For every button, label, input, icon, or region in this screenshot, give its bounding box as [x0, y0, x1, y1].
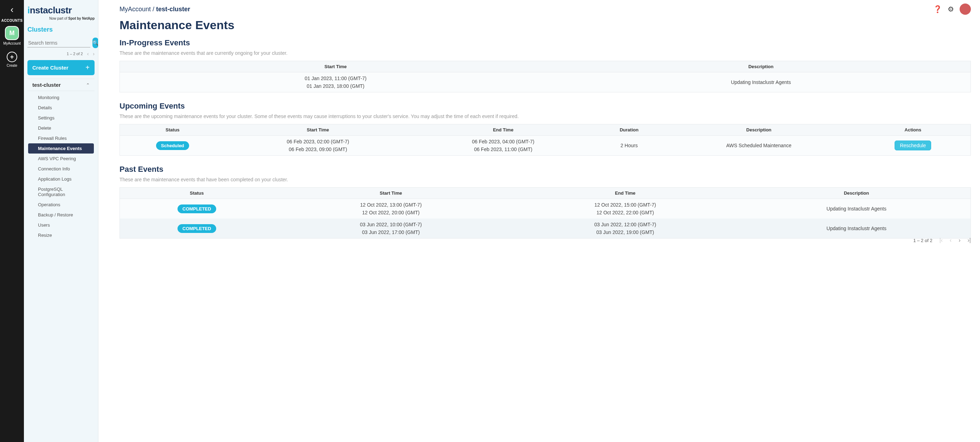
pager-next-icon[interactable]: ›: [93, 51, 95, 57]
cluster-toggle[interactable]: test-cluster ⌃: [27, 79, 95, 91]
sidebar-title: Clusters: [27, 26, 95, 33]
col-end-time: End Time: [508, 188, 742, 199]
sidebar-item-maintenance-events[interactable]: Maintenance Events: [28, 143, 94, 154]
gear-icon[interactable]: ⚙: [948, 5, 954, 13]
col-description: Description: [551, 61, 970, 72]
past-table: Status Start Time End Time Description C…: [119, 187, 971, 238]
sidebar-item-postgresql-configuration[interactable]: PostgreSQL Configuration: [28, 184, 94, 200]
cell-end-time: 03 Jun 2022, 12:00 (GMT-7)03 Jun 2022, 1…: [508, 219, 742, 238]
breadcrumb-account[interactable]: MyAccount: [119, 6, 151, 13]
cell-start-time: 06 Feb 2023, 02:00 (GMT-7)06 Feb 2023, 0…: [225, 136, 410, 156]
col-start-time: Start Time: [274, 188, 508, 199]
table-row: COMPLETED12 Oct 2022, 13:00 (GMT-7)12 Oc…: [120, 199, 971, 219]
cell-status: COMPLETED: [120, 199, 274, 219]
col-duration: Duration: [596, 124, 662, 136]
pager-first-icon[interactable]: |‹: [939, 237, 942, 243]
status-badge: COMPLETED: [178, 224, 216, 233]
pager-prev-icon[interactable]: ‹: [87, 51, 89, 57]
cell-actions: Reschedule: [855, 136, 970, 156]
inprogress-desc: These are the maintenance events that ar…: [119, 50, 971, 56]
cell-end-time: 12 Oct 2022, 15:00 (GMT-7)12 Oct 2022, 2…: [508, 199, 742, 219]
cell-description: Updating Instaclustr Agents: [551, 72, 970, 92]
sidebar-item-resize[interactable]: Resize: [28, 230, 94, 240]
cell-start-time: 01 Jan 2023, 11:00 (GMT-7)01 Jan 2023, 1…: [120, 72, 552, 92]
upcoming-table: Status Start Time End Time Duration Desc…: [119, 124, 971, 156]
sidebar-item-monitoring[interactable]: Monitoring: [28, 92, 94, 103]
account-rail: ‹ ACCOUNTS M MyAccount + Create: [0, 0, 24, 442]
logo-subtitle: Now part of Spot by NetApp: [27, 16, 95, 21]
status-badge: COMPLETED: [178, 205, 216, 213]
sidebar-item-users[interactable]: Users: [28, 220, 94, 230]
table-row: 01 Jan 2023, 11:00 (GMT-7)01 Jan 2023, 1…: [120, 72, 971, 92]
inprogress-table: Start Time Description 01 Jan 2023, 11:0…: [119, 61, 971, 92]
page-title: Maintenance Events: [119, 18, 971, 32]
past-table-pager: 1 – 2 of 2 |‹ ‹ › ›|: [119, 237, 971, 243]
pager-last-icon[interactable]: ›|: [968, 237, 971, 243]
account-name: MyAccount: [3, 41, 21, 45]
col-description: Description: [742, 188, 971, 199]
back-icon[interactable]: ‹: [11, 4, 14, 15]
sidebar: instaclustr Now part of Spot by NetApp C…: [24, 0, 99, 442]
create-cluster-label: Create Cluster: [32, 65, 68, 71]
col-start-time: Start Time: [225, 124, 410, 136]
search-button[interactable]: 🔍: [92, 38, 99, 48]
cell-status: Scheduled: [120, 136, 225, 156]
cluster-pager: 1 – 2 of 2 ‹ ›: [27, 51, 95, 57]
help-icon[interactable]: ❓: [933, 5, 942, 13]
user-avatar[interactable]: [959, 3, 971, 15]
past-desc: These are the maintenance events that ha…: [119, 177, 971, 182]
pager-text: 1 – 2 of 2: [67, 52, 83, 56]
table-row: COMPLETED03 Jun 2022, 10:00 (GMT-7)03 Ju…: [120, 219, 971, 238]
sidebar-item-firewall-rules[interactable]: Firewall Rules: [28, 133, 94, 143]
upcoming-heading: Upcoming Events: [119, 102, 971, 111]
sidebar-item-settings[interactable]: Settings: [28, 113, 94, 123]
cell-status: COMPLETED: [120, 219, 274, 238]
inprogress-heading: In-Progress Events: [119, 38, 971, 48]
account-avatar[interactable]: M: [5, 26, 19, 40]
accounts-label: ACCOUNTS: [2, 19, 23, 22]
cell-duration: 2 Hours: [596, 136, 662, 156]
cell-start-time: 12 Oct 2022, 13:00 (GMT-7)12 Oct 2022, 2…: [274, 199, 508, 219]
sidebar-item-application-logs[interactable]: Application Logs: [28, 174, 94, 184]
breadcrumb: MyAccount / test-cluster: [119, 6, 190, 13]
col-status: Status: [120, 188, 274, 199]
upcoming-desc: These are the upcoming maintenance event…: [119, 113, 971, 119]
past-heading: Past Events: [119, 165, 971, 174]
sidebar-item-operations[interactable]: Operations: [28, 200, 94, 210]
breadcrumb-cluster: test-cluster: [156, 6, 190, 13]
pager-prev-icon[interactable]: ‹: [950, 237, 951, 243]
cluster-name: test-cluster: [32, 82, 61, 88]
create-account-icon[interactable]: +: [7, 52, 17, 62]
create-label: Create: [7, 64, 17, 67]
cell-end-time: 06 Feb 2023, 04:00 (GMT-7)06 Feb 2023, 1…: [410, 136, 596, 156]
cell-description: AWS Scheduled Maintenance: [662, 136, 855, 156]
col-start-time: Start Time: [120, 61, 552, 72]
sidebar-item-delete[interactable]: Delete: [28, 123, 94, 133]
sidebar-item-aws-vpc-peering[interactable]: AWS VPC Peering: [28, 154, 94, 164]
pager-next-icon[interactable]: ›: [959, 237, 960, 243]
plus-icon: +: [86, 64, 90, 72]
cell-description: Updating Instaclustr Agents: [742, 199, 971, 219]
search-icon: 🔍: [92, 40, 99, 46]
cell-description: Updating Instaclustr Agents: [742, 219, 971, 238]
cell-start-time: 03 Jun 2022, 10:00 (GMT-7)03 Jun 2022, 1…: [274, 219, 508, 238]
pager-range: 1 – 2 of 2: [913, 238, 932, 243]
logo: instaclustr: [27, 5, 95, 16]
sidebar-item-details[interactable]: Details: [28, 103, 94, 113]
col-description: Description: [662, 124, 855, 136]
col-status: Status: [120, 124, 225, 136]
chevron-up-icon: ⌃: [86, 83, 90, 87]
reschedule-button[interactable]: Reschedule: [894, 140, 931, 150]
sidebar-item-connection-info[interactable]: Connection Info: [28, 164, 94, 174]
col-end-time: End Time: [410, 124, 596, 136]
main-content: MyAccount / test-cluster ❓ ⚙ Maintenance…: [99, 0, 980, 442]
cluster-subitems: MonitoringDetailsSettingsDeleteFirewall …: [27, 91, 95, 240]
create-cluster-button[interactable]: Create Cluster +: [27, 60, 95, 75]
col-actions: Actions: [855, 124, 970, 136]
status-badge: Scheduled: [156, 141, 189, 150]
table-row: Scheduled06 Feb 2023, 02:00 (GMT-7)06 Fe…: [120, 136, 971, 156]
sidebar-item-backup-restore[interactable]: Backup / Restore: [28, 210, 94, 220]
search-input[interactable]: [27, 39, 90, 48]
